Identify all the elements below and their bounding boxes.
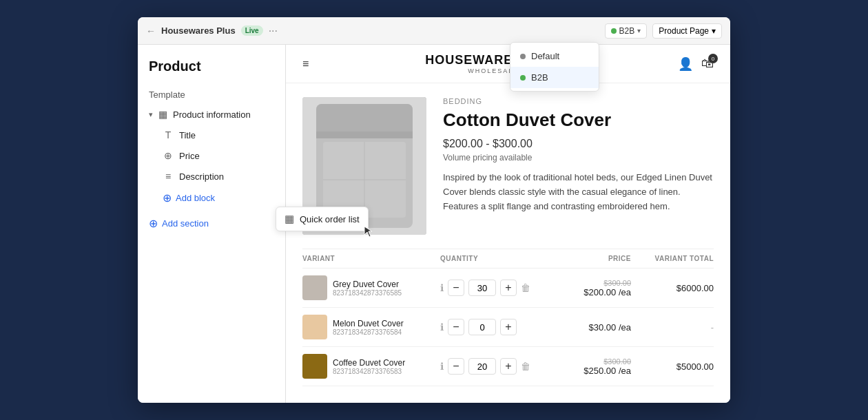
product-info-panel: BEDDING Cotton Duvet Cover $200.00 - $30… xyxy=(443,97,714,235)
price-label: Price xyxy=(179,151,200,161)
qty-minus-2[interactable]: − xyxy=(448,319,464,335)
variant-name-2: Melon Duvet Cover xyxy=(333,319,404,328)
price-original-3: $300.00 xyxy=(562,357,631,366)
variant-thumb-1 xyxy=(302,275,327,300)
page-chevron-icon: ▾ xyxy=(712,26,716,36)
add-block-button[interactable]: ⊕ Add block xyxy=(138,187,285,209)
quick-order-icon: ▦ xyxy=(285,213,294,225)
variant-name-1: Grey Duvet Cover xyxy=(333,280,402,289)
volume-pricing: Volume pricing available xyxy=(443,153,714,162)
add-section-plus-icon: ⊕ xyxy=(149,217,158,230)
info-icon-1[interactable]: ℹ xyxy=(440,282,444,293)
sidebar-item-product-info[interactable]: ▾ ▦ Product information xyxy=(138,104,285,125)
sidebar-template-label: Template xyxy=(138,85,285,104)
header-total: VARIANT TOTAL xyxy=(631,255,714,262)
qty-cell-3: ℹ − + 🗑 xyxy=(440,358,562,375)
qty-minus-3[interactable]: − xyxy=(448,358,464,375)
sidebar-item-title[interactable]: T Title xyxy=(138,125,285,145)
trash-icon-3[interactable]: 🗑 xyxy=(521,361,530,372)
header-icons: 👤 🛍 0 xyxy=(678,56,714,72)
quick-order-popup: ▦ Quick order list xyxy=(276,207,369,231)
qty-plus-1[interactable]: + xyxy=(500,280,517,296)
add-block-plus-icon: ⊕ xyxy=(163,191,172,204)
table-row: Coffee Duvet Cover 823718342873376583 ℹ … xyxy=(302,347,714,386)
chevron-down-icon: ▾ xyxy=(637,27,641,34)
hamburger-icon[interactable]: ≡ xyxy=(302,58,309,70)
variant-sku-3: 823718342873376583 xyxy=(333,368,405,375)
b2b-dropdown: Default B2B xyxy=(510,42,599,92)
dropdown-b2b-label: B2B xyxy=(531,72,548,83)
variant-name-3: Coffee Duvet Cover xyxy=(333,358,405,368)
title-label: Title xyxy=(179,130,196,140)
qty-input-3[interactable] xyxy=(468,358,496,375)
variant-thumb-2 xyxy=(302,315,327,339)
qty-input-1[interactable] xyxy=(468,280,496,296)
description-label: Description xyxy=(179,171,224,182)
table-row: Melon Duvet Cover 823718342873376584 ℹ −… xyxy=(302,308,714,347)
dropdown-item-default[interactable]: Default xyxy=(510,45,599,67)
store-name-label: Housewares Plus xyxy=(161,25,236,36)
qty-cell-2: ℹ − + xyxy=(440,319,562,335)
variant-thumb-3 xyxy=(302,354,327,379)
page-selector-label: Product Page xyxy=(659,26,709,36)
product-info-icon: ▦ xyxy=(158,109,167,120)
b2b-dot-green xyxy=(520,75,526,81)
total-cell-3: $5000.00 xyxy=(631,361,714,372)
b2b-selector[interactable]: B2B ▾ xyxy=(605,23,648,39)
price-icon: ⊕ xyxy=(163,150,174,161)
info-icon-2[interactable]: ℹ xyxy=(440,322,444,333)
browser-window: ← Housewares Plus Live ··· B2B ▾ Default… xyxy=(138,17,730,403)
qty-plus-2[interactable]: + xyxy=(500,319,517,335)
add-block-label: Add block xyxy=(176,193,215,203)
header-price: PRICE xyxy=(562,255,631,262)
price-cell-1: $300.00 $200.00 /ea xyxy=(562,279,631,297)
sidebar-item-description[interactable]: ≡ Description xyxy=(138,166,285,187)
svg-rect-3 xyxy=(316,132,413,138)
variant-cell-3: Coffee Duvet Cover 823718342873376583 xyxy=(302,354,440,379)
qty-plus-3[interactable]: + xyxy=(500,358,517,375)
variant-cell-2: Melon Duvet Cover 823718342873376584 xyxy=(302,315,440,339)
live-badge: Live xyxy=(241,25,263,36)
price-cell-2: $30.00 /ea xyxy=(562,322,631,333)
product-price: $200.00 - $300.00 xyxy=(443,138,714,150)
product-description: Inspired by the look of traditional hote… xyxy=(443,171,714,213)
product-category: BEDDING xyxy=(443,97,714,105)
back-icon[interactable]: ← xyxy=(146,25,156,36)
add-section-label: Add section xyxy=(162,218,209,229)
page-selector[interactable]: Product Page ▾ xyxy=(652,23,722,39)
price-current-2: $30.00 /ea xyxy=(562,322,631,333)
add-section-button[interactable]: ⊕ Add section xyxy=(138,212,285,235)
trash-icon-1[interactable]: 🗑 xyxy=(521,282,530,293)
header-quantity: QUANTITY xyxy=(440,255,562,262)
variant-sku-2: 823718342873376584 xyxy=(333,328,404,336)
collapse-arrow-icon: ▾ xyxy=(149,110,153,119)
default-dot xyxy=(520,54,526,59)
header-variant: VARIANT xyxy=(302,255,440,262)
qty-minus-1[interactable]: − xyxy=(448,280,464,296)
qty-cell-1: ℹ − + 🗑 xyxy=(440,280,562,296)
cart-badge: 0 xyxy=(708,54,718,63)
product-info-label: Product information xyxy=(173,109,251,120)
title-icon: T xyxy=(163,129,174,140)
order-table: VARIANT QUANTITY PRICE VARIANT TOTAL Gre… xyxy=(286,249,730,400)
top-bar: ← Housewares Plus Live ··· B2B ▾ Default… xyxy=(138,17,730,45)
info-icon-3[interactable]: ℹ xyxy=(440,361,444,372)
variant-cell-1: Grey Duvet Cover 823718342873376585 xyxy=(302,275,440,300)
sidebar-product-title: Product xyxy=(138,53,285,85)
b2b-status-dot xyxy=(611,28,617,34)
b2b-label: B2B xyxy=(619,26,635,36)
dropdown-default-label: Default xyxy=(531,51,559,61)
price-cell-3: $300.00 $250.00 /ea xyxy=(562,357,631,376)
product-name: Cotton Duvet Cover xyxy=(443,109,714,131)
table-row: Grey Duvet Cover 823718342873376585 ℹ − … xyxy=(302,269,714,308)
total-cell-2: - xyxy=(631,322,714,333)
sidebar-item-price[interactable]: ⊕ Price xyxy=(138,145,285,166)
more-options-icon[interactable]: ··· xyxy=(269,25,278,37)
dropdown-item-b2b[interactable]: B2B xyxy=(510,67,599,88)
table-header: VARIANT QUANTITY PRICE VARIANT TOTAL xyxy=(302,249,714,269)
user-icon[interactable]: 👤 xyxy=(678,56,693,72)
sidebar: Product Template ▾ ▦ Product information… xyxy=(138,45,286,403)
description-icon: ≡ xyxy=(163,171,174,182)
cart-icon[interactable]: 🛍 0 xyxy=(701,56,714,71)
qty-input-2[interactable] xyxy=(468,319,496,335)
